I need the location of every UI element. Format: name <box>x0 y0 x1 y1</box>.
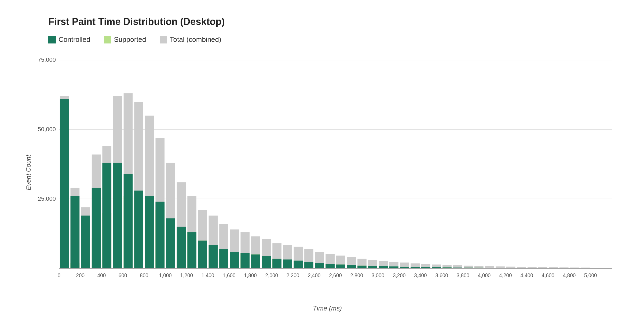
svg-text:1,400: 1,400 <box>202 273 214 278</box>
controlled-swatch <box>48 36 56 43</box>
svg-rect-96 <box>368 266 377 268</box>
svg-text:75,000: 75,000 <box>38 56 56 63</box>
svg-text:3,200: 3,200 <box>393 273 406 278</box>
legend-label-total: Total (combined) <box>170 35 221 44</box>
svg-rect-93 <box>357 266 367 268</box>
svg-text:0: 0 <box>58 273 61 278</box>
svg-rect-81 <box>315 263 324 268</box>
svg-text:2,200: 2,200 <box>287 273 299 278</box>
svg-rect-75 <box>294 261 303 268</box>
chart-title: First Paint Time Distribution (Desktop) <box>48 16 623 27</box>
svg-rect-105 <box>400 267 409 268</box>
y-axis-label: Event Count <box>25 155 32 190</box>
svg-text:200: 200 <box>76 273 85 278</box>
x-axis-label: Time (ms) <box>313 305 342 312</box>
svg-rect-99 <box>379 266 388 268</box>
svg-text:1,000: 1,000 <box>159 273 172 278</box>
svg-text:1,600: 1,600 <box>223 273 236 278</box>
svg-rect-57 <box>230 252 239 268</box>
svg-rect-24 <box>113 163 122 268</box>
svg-text:2,800: 2,800 <box>350 273 363 278</box>
svg-rect-33 <box>145 196 154 268</box>
svg-rect-87 <box>336 265 345 268</box>
svg-rect-39 <box>166 218 175 268</box>
svg-text:800: 800 <box>140 273 148 278</box>
legend-item-total: Total (combined) <box>160 35 221 44</box>
svg-text:4,600: 4,600 <box>542 273 555 278</box>
svg-rect-66 <box>262 256 271 269</box>
svg-rect-60 <box>240 253 250 268</box>
svg-rect-51 <box>209 245 218 268</box>
svg-text:1,800: 1,800 <box>244 273 257 278</box>
svg-rect-45 <box>187 232 196 269</box>
svg-text:4,800: 4,800 <box>563 273 576 278</box>
svg-text:600: 600 <box>119 273 127 278</box>
svg-text:2,400: 2,400 <box>308 273 321 278</box>
svg-text:400: 400 <box>97 273 106 278</box>
svg-rect-63 <box>251 254 260 268</box>
svg-text:2,000: 2,000 <box>265 273 278 278</box>
svg-rect-102 <box>389 266 398 268</box>
svg-rect-18 <box>92 188 101 268</box>
legend-label-supported: Supported <box>114 35 146 44</box>
total-swatch <box>160 36 167 43</box>
svg-rect-9 <box>60 99 69 269</box>
svg-text:3,600: 3,600 <box>435 273 448 278</box>
svg-rect-84 <box>325 264 335 269</box>
svg-rect-48 <box>198 241 207 269</box>
svg-rect-54 <box>219 249 228 268</box>
svg-rect-36 <box>156 202 165 268</box>
svg-text:3,000: 3,000 <box>372 273 385 278</box>
svg-text:50,000: 50,000 <box>38 126 56 132</box>
svg-rect-27 <box>124 174 133 268</box>
svg-rect-42 <box>177 227 186 268</box>
legend-label-controlled: Controlled <box>58 35 90 44</box>
chart-svg: 25,00050,00075,00002004006008001,0001,20… <box>32 54 623 291</box>
svg-text:3,800: 3,800 <box>457 273 470 278</box>
svg-rect-30 <box>134 191 143 268</box>
svg-text:2,600: 2,600 <box>329 273 342 278</box>
svg-rect-21 <box>102 163 111 268</box>
svg-text:25,000: 25,000 <box>38 195 56 202</box>
svg-rect-12 <box>71 196 80 268</box>
svg-rect-90 <box>347 265 356 268</box>
svg-rect-78 <box>304 262 313 268</box>
svg-text:3,400: 3,400 <box>414 273 427 278</box>
svg-text:4,200: 4,200 <box>499 273 512 278</box>
svg-text:4,000: 4,000 <box>478 273 491 278</box>
chart-container: First Paint Time Distribution (Desktop) … <box>0 0 644 322</box>
chart-area: Event Count 25,00050,00075,0000200400600… <box>32 54 623 291</box>
svg-text:1,200: 1,200 <box>180 273 193 278</box>
supported-swatch <box>104 36 111 43</box>
svg-rect-69 <box>272 259 281 268</box>
svg-rect-15 <box>81 215 90 268</box>
legend-item-controlled: Controlled <box>48 35 90 44</box>
legend-item-supported: Supported <box>104 35 146 44</box>
svg-rect-108 <box>411 267 420 268</box>
svg-rect-72 <box>283 259 292 268</box>
svg-text:4,400: 4,400 <box>520 273 533 278</box>
legend: Controlled Supported Total (combined) <box>48 35 623 44</box>
svg-text:5,000: 5,000 <box>584 273 597 278</box>
